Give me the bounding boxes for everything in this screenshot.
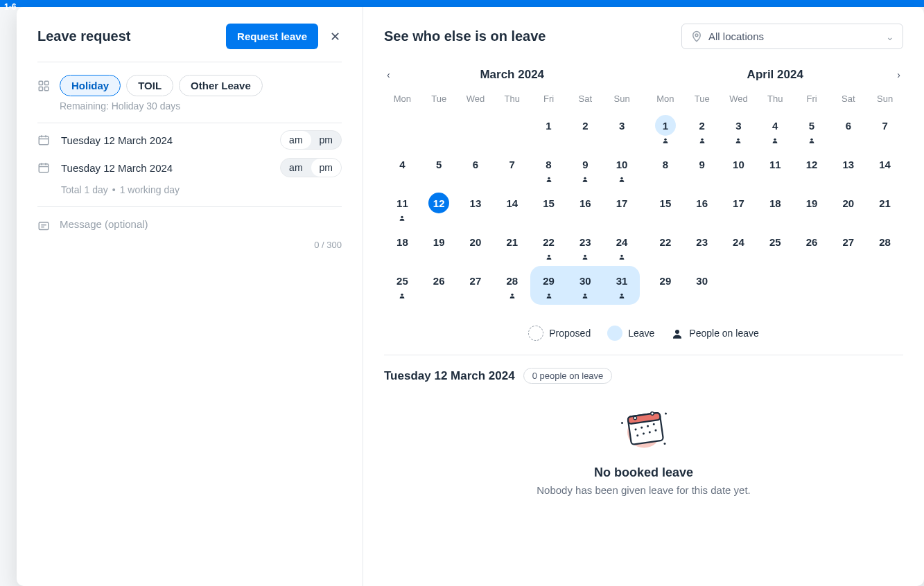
see-who-title: See who else is on leave [384,28,546,44]
start-am[interactable]: am [281,131,311,149]
calendar-day[interactable]: 29 [539,270,559,291]
calendar-day[interactable]: 18 [765,193,785,213]
calendar-day[interactable]: 26 [428,270,449,291]
calendar-day[interactable]: 29 [655,270,676,291]
leave-request-modal: Leave request Request leave ✕ HolidayTOI… [17,7,924,586]
leave-type-toil[interactable]: TOIL [126,75,173,96]
next-month-button[interactable]: › [897,69,900,80]
svg-point-41 [663,443,665,445]
calendar-day[interactable]: 31 [611,270,632,291]
calendar-day[interactable]: 1 [539,115,559,136]
svg-point-18 [584,294,586,296]
start-pm[interactable]: pm [311,131,341,149]
calendar-day[interactable]: 28 [875,231,896,252]
message-input[interactable] [60,218,342,230]
calendar-day[interactable]: 3 [611,115,632,136]
calendar-day[interactable]: 14 [875,154,896,175]
calendar-day[interactable]: 18 [392,231,412,252]
calendar-day[interactable]: 25 [765,231,785,252]
calendar-day[interactable]: 30 [575,270,595,291]
calendar-day[interactable]: 22 [539,231,559,252]
person-marker-icon [772,137,778,145]
calendar-day[interactable]: 1 [655,115,676,136]
calendar-icon [37,134,50,147]
calendar-day[interactable]: 16 [575,193,595,213]
request-leave-button[interactable]: Request leave [226,24,318,49]
calendar-day[interactable]: 11 [392,193,412,213]
svg-point-20 [664,139,666,141]
calendar-day[interactable]: 17 [611,193,632,213]
svg-point-24 [810,139,812,141]
calendar-day[interactable]: 8 [539,154,559,175]
calendar-day[interactable]: 6 [465,154,486,175]
calendar-day[interactable]: 12 [801,154,822,175]
end-am[interactable]: am [281,159,311,177]
person-marker-icon [546,176,552,184]
calendar-day[interactable]: 26 [801,231,822,252]
calendar-day[interactable]: 9 [575,154,595,175]
svg-point-15 [401,294,403,296]
calendar-day[interactable]: 22 [655,231,676,252]
calendar-day[interactable]: 24 [728,231,749,252]
calendar-day[interactable]: 23 [575,231,595,252]
calendar-day[interactable]: 5 [801,115,822,136]
calendar-day[interactable]: 28 [502,270,523,291]
calendar-day[interactable]: 4 [765,115,785,136]
calendar-day[interactable]: 5 [428,154,449,175]
calendar-day[interactable]: 7 [875,115,896,136]
start-ampm-toggle[interactable]: am pm [280,130,342,150]
location-select[interactable]: All locations ⌄ [681,24,903,49]
calendar-day[interactable]: 3 [728,115,749,136]
calendar-day[interactable]: 10 [728,154,749,175]
calendar-day[interactable]: 14 [502,193,523,213]
start-date[interactable]: Tuesday 12 March 2024 [61,134,269,146]
calendar-day[interactable]: 6 [838,115,859,136]
svg-point-14 [620,255,622,257]
calendar-day[interactable]: 20 [838,193,859,213]
calendar-day[interactable]: 23 [692,231,713,252]
calendar-day[interactable]: 2 [692,115,713,136]
svg-point-16 [511,294,513,296]
calendar-day[interactable]: 13 [465,193,486,213]
svg-rect-1 [45,81,49,85]
calendar-day[interactable]: 16 [692,193,713,213]
person-marker-icon [399,215,406,223]
prev-month-button[interactable]: ‹ [387,69,390,80]
calendar-day[interactable]: 27 [465,270,486,291]
leave-type-other-leave[interactable]: Other Leave [179,75,263,96]
calendar-day[interactable]: 7 [502,154,523,175]
calendar-day[interactable]: 27 [838,231,859,252]
calendar-day[interactable]: 24 [611,231,632,252]
calendar-day[interactable]: 19 [428,231,449,252]
calendar-day[interactable]: 15 [655,193,676,213]
calendar-day[interactable]: 15 [539,193,559,213]
svg-point-13 [584,255,586,257]
calendar-day[interactable]: 30 [692,270,713,291]
svg-rect-2 [39,87,42,90]
leave-type-holiday[interactable]: Holiday [60,75,121,96]
calendar-day[interactable]: 25 [392,270,412,291]
end-date[interactable]: Tuesday 12 March 2024 [61,162,269,174]
calendar-day[interactable]: 13 [838,154,859,175]
calendar-day[interactable]: 2 [575,115,595,136]
calendar-day[interactable]: 19 [801,193,822,213]
end-ampm-toggle[interactable]: am pm [280,158,342,177]
svg-point-22 [738,139,740,141]
person-marker-icon [618,292,625,301]
end-pm[interactable]: pm [311,159,341,177]
calendar-day[interactable]: 9 [692,154,713,175]
calendar-day[interactable]: 20 [465,231,486,252]
calendar-day[interactable]: 4 [392,154,412,175]
calendar-day[interactable]: 11 [765,154,785,175]
pin-icon [690,30,703,43]
calendar-day[interactable]: 12 [428,193,449,213]
calendar-day[interactable]: 8 [655,154,676,175]
empty-calendar-illustration [613,400,675,456]
close-icon[interactable]: ✕ [328,30,342,44]
calendar-day[interactable]: 17 [728,193,749,213]
calendar-day[interactable]: 21 [875,193,896,213]
calendar-month: ‹March 2024MonTueWedThuFriSatSun12345678… [384,63,640,305]
calendar-day[interactable]: 21 [502,231,523,252]
calendar-day[interactable]: 10 [611,154,632,175]
day-header: Fri [794,87,830,111]
